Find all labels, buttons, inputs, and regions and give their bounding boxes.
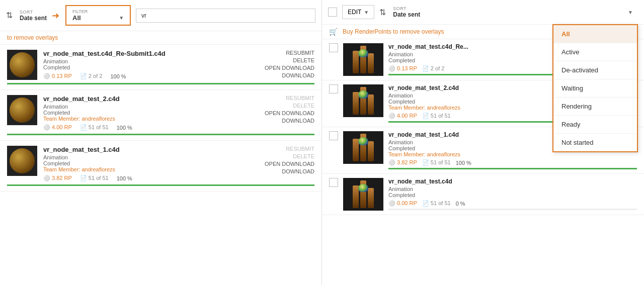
sort-label: SORT (20, 10, 47, 15)
job-meta: ⚪ 0.13 RP 📄 2 of 2 100 % (43, 73, 265, 79)
filter-option-waiting[interactable]: Waiting (553, 79, 637, 98)
table-row: vr_node_mat_test_1.c4d Animation Complet… (0, 141, 321, 192)
job-actions: RESUBMIT DELETE OPEN DOWNLOAD DOWNLOAD (265, 50, 314, 78)
job-type: Animation (388, 186, 637, 192)
table-row: vr_node_mat_test.c4d Animation Completed… (322, 174, 644, 215)
job-title: vr_node_mat_test_2.c4d (43, 95, 265, 103)
filter-option-ready[interactable]: Ready (553, 116, 637, 134)
page-icon: 📄 2 of 2 (422, 65, 445, 72)
delete-button[interactable]: DELETE (293, 153, 314, 159)
table-row: vr_node_mat_test.c4d_Re-Submit1.c4d Anim… (0, 45, 321, 90)
percent-val: 100 % (117, 125, 132, 131)
sort-icon: ⇅ (6, 11, 13, 20)
sort-icon: ⇅ (379, 8, 386, 17)
gem (358, 90, 368, 99)
progress-bar (388, 168, 637, 169)
delete-button[interactable]: DELETE (293, 103, 314, 109)
job-thumbnail (343, 178, 383, 211)
download-button[interactable]: DOWNLOAD (282, 118, 314, 124)
left-filter-box[interactable]: FILTER All ▼ (65, 5, 131, 26)
job-member: Team Member: andreaflorezs (43, 166, 265, 172)
page-icon: 📄 2 of 2 (80, 73, 103, 79)
job-status: Completed (43, 160, 265, 166)
filter-option-all[interactable]: All (553, 25, 637, 43)
chevron-down-icon: ▼ (119, 15, 124, 21)
coin-icon: ⚪ 3.82 RP (388, 159, 417, 166)
left-jobs-list: vr_node_mat_test.c4d_Re-Submit1.c4d Anim… (0, 45, 321, 285)
coin-icon: ⚪ 4.00 RP (43, 124, 72, 131)
edit-label: EDIT (348, 9, 361, 16)
job-info: vr_node_mat_test.c4d_Re-Submit1.c4d Anim… (43, 50, 265, 79)
job-thumbnail (7, 146, 37, 176)
percent-val: 0 % (456, 201, 465, 207)
page-icon: 📄 51 of 51 (422, 200, 451, 207)
download-button[interactable]: DOWNLOAD (282, 168, 314, 174)
coin-icon: ⚪ 0.13 RP (43, 73, 72, 79)
progress-fill (7, 184, 314, 186)
arrow-icon: ➜ (52, 10, 59, 21)
job-actions: RESUBMIT DELETE OPEN DOWNLOAD DOWNLOAD (265, 146, 314, 174)
right-sort-group: SORT Date sent (393, 6, 420, 18)
download-button[interactable]: DOWNLOAD (282, 72, 314, 78)
job-info: vr_node_mat_test.c4d Animation Completed… (388, 178, 637, 210)
page-icon: 📄 51 of 51 (80, 175, 109, 181)
job-thumbnail (343, 131, 383, 164)
edit-dropdown[interactable]: EDIT ▼ (342, 5, 374, 19)
select-all-checkbox[interactable] (328, 8, 337, 17)
progress-bar (388, 209, 637, 210)
job-title: vr_node_mat_test_1.c4d (43, 146, 265, 153)
filter-value-row: All ▼ (72, 14, 124, 22)
job-status: Completed (43, 110, 265, 116)
job-info: vr_node_mat_test_1.c4d Animation Complet… (43, 146, 265, 181)
coin-icon: ⚪ 0.00 RP (388, 200, 417, 207)
percent-val: 100 % (117, 175, 132, 181)
job-meta: ⚪ 0.00 RP 📄 51 of 51 0 % (388, 200, 637, 207)
job-title: vr_node_mat_test.c4d (388, 178, 637, 185)
page-icon: 📄 51 of 51 (422, 159, 451, 166)
resubmit-button[interactable]: RESUBMIT (286, 146, 314, 152)
filter-value: All (72, 14, 81, 22)
job-meta: ⚪ 3.82 RP 📄 51 of 51 100 % (388, 159, 637, 166)
filter-option-rendering[interactable]: Rendering (553, 98, 637, 116)
job-thumbnail (343, 43, 383, 76)
open-download-button[interactable]: OPEN DOWNLOAD (265, 110, 314, 116)
job-meta: ⚪ 4.00 RP 📄 51 of 51 100 % (43, 124, 265, 131)
progress-bar (7, 83, 314, 84)
coin-icon: ⚪ 0.13 RP (388, 65, 417, 72)
job-status: Completed (43, 64, 265, 70)
sort-value: Date sent (20, 15, 47, 22)
delete-button[interactable]: DELETE (293, 57, 314, 63)
page-icon: 📄 51 of 51 (80, 124, 109, 131)
resubmit-button[interactable]: RESUBMIT (286, 50, 314, 56)
job-checkbox[interactable] (329, 84, 338, 93)
open-download-button[interactable]: OPEN DOWNLOAD (265, 161, 314, 167)
chevron-down-icon: ▼ (364, 10, 369, 15)
progress-fill (388, 168, 637, 169)
job-checkbox[interactable] (329, 131, 338, 140)
chevron-down-icon: ▼ (628, 10, 633, 15)
gem (358, 184, 368, 192)
sort-label: SORT (393, 6, 420, 11)
progress-bar (7, 134, 314, 135)
resubmit-button[interactable]: RESUBMIT (286, 95, 314, 101)
search-input[interactable] (136, 9, 315, 23)
job-checkbox[interactable] (329, 43, 338, 52)
right-filter-btn[interactable]: ▼ (623, 7, 638, 18)
coin-icon: ⚪ 3.82 RP (43, 175, 72, 181)
filter-option-active[interactable]: Active (553, 43, 637, 61)
job-thumbnail (7, 50, 37, 80)
right-panel: EDIT ▼ ⇅ SORT Date sent ▼ 🛒 Buy RenderPo… (322, 0, 644, 285)
filter-option-deactivated[interactable]: De-activated (553, 61, 637, 79)
job-thumbnail (343, 84, 383, 117)
percent-val: 100 % (456, 160, 471, 166)
job-checkbox[interactable] (329, 178, 338, 187)
sort-value: Date sent (393, 11, 420, 18)
job-title: vr_node_mat_test.c4d_Re-Submit1.c4d (43, 50, 265, 57)
overlay-text: Buy RenderPoints to remove overlays (343, 28, 444, 35)
job-member: Team Member: andreaflorezs (43, 116, 265, 122)
job-meta: ⚪ 3.82 RP 📄 51 of 51 100 % (43, 175, 265, 181)
percent-val: 100 % (110, 73, 126, 79)
open-download-button[interactable]: OPEN DOWNLOAD (265, 65, 314, 71)
progress-fill (7, 134, 314, 135)
filter-option-not-started[interactable]: Not started (553, 134, 637, 151)
